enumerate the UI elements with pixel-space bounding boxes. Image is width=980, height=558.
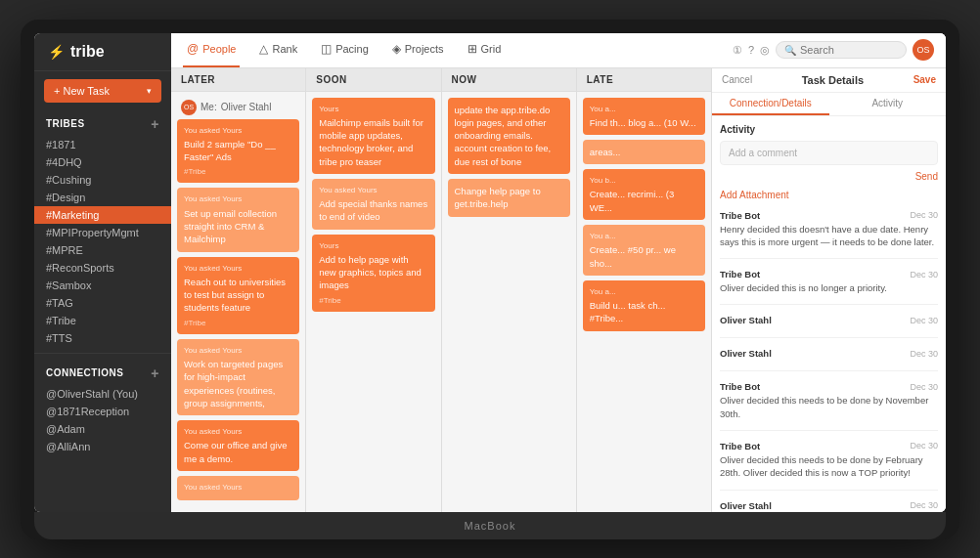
activity-meta: Tribe Bot Dec 30 — [720, 269, 938, 279]
send-button[interactable]: Send — [720, 171, 938, 182]
sidebar-item-adam[interactable]: @Adam — [34, 420, 171, 438]
filter-icon-3[interactable]: ◎ — [760, 44, 770, 57]
task-text: Come our office and give me a demo. — [184, 439, 292, 465]
col-now: update the app.tribe.do login pages, and… — [442, 92, 577, 512]
laptop-brand: MacBook — [465, 520, 516, 532]
sidebar-item-tribe[interactable]: #Tribe — [34, 312, 171, 329]
filter-icon-1[interactable]: ① — [733, 44, 742, 57]
task-details-panel: Cancel Task Details Save Connection/Deta… — [711, 68, 946, 512]
task-card[interactable]: You asked Yours Set up email collection … — [177, 188, 299, 251]
tab-connection-details[interactable]: Connection/Details — [712, 93, 829, 115]
task-card[interactable]: You asked Yours Add special thanks names… — [312, 179, 434, 230]
task-text: Work on targeted pages for high-impact e… — [184, 358, 292, 409]
save-button[interactable]: Save — [913, 74, 936, 85]
task-card[interactable]: You asked Yours Reach out to universitie… — [177, 257, 299, 334]
chevron-down-icon: ▾ — [147, 86, 152, 96]
task-card[interactable]: You asked Yours Work on targeted pages f… — [177, 339, 299, 415]
task-card[interactable]: You a... Create... #50 pr... we sho... — [583, 225, 705, 276]
cancel-button[interactable]: Cancel — [722, 74, 752, 85]
activity-date: Dec 30 — [910, 210, 938, 220]
add-connection-icon[interactable]: + — [151, 365, 159, 381]
sidebar-item-tts[interactable]: #TTS — [34, 329, 171, 347]
sidebar-item-mpiproperty[interactable]: #MPIPropertyMgmt — [34, 224, 171, 241]
activity-label: Activity — [720, 124, 938, 135]
projects-icon: ◈ — [392, 42, 401, 56]
nav-grid[interactable]: ⊞ Grid — [464, 33, 506, 67]
task-text: Build 2 sample "Do __ Faster" Ads — [184, 138, 292, 164]
task-text: areas... — [590, 146, 698, 158]
task-label: You asked Yours — [319, 185, 427, 195]
activity-author: Tribe Bot — [720, 269, 760, 279]
col-header-soon: SOON — [306, 68, 441, 91]
connections-section-header: CONNECTIONS + — [34, 360, 171, 385]
activity-date: Dec 30 — [910, 316, 938, 325]
task-card[interactable]: areas... — [583, 140, 705, 164]
task-card[interactable]: You asked Yours Come our office and give… — [177, 420, 299, 471]
task-text: Add to help page with new graphics, topi… — [319, 253, 427, 292]
nav-rank[interactable]: △ Rank — [255, 33, 301, 67]
activity-text: Oliver decided this needs to be done by … — [720, 394, 938, 420]
sidebar-item-marketing[interactable]: #Marketing — [34, 206, 171, 224]
task-card[interactable]: You a... Find th... blog a... (10 W... — [583, 98, 705, 135]
task-card[interactable]: update the app.tribe.do login pages, and… — [448, 98, 570, 174]
task-details-header: Cancel Task Details Save — [712, 68, 946, 93]
laptop-base: MacBook — [34, 512, 946, 539]
col-header-later: LATER — [171, 68, 306, 91]
search-icon: 🔍 — [784, 45, 796, 56]
filter-icon-2[interactable]: ? — [748, 44, 754, 56]
tab-activity[interactable]: Activity — [829, 93, 947, 115]
activity-author: Tribe Bot — [720, 381, 760, 392]
add-tribe-icon[interactable]: + — [151, 116, 159, 132]
task-label: You asked Yours — [184, 345, 292, 356]
add-attachment-button[interactable]: Add Attachment — [720, 190, 938, 200]
avatar[interactable]: OS — [913, 39, 934, 61]
task-label: You asked Yours — [184, 193, 292, 204]
activity-author: Oliver Stahl — [720, 315, 772, 325]
task-details-title: Task Details — [802, 74, 864, 86]
task-card[interactable]: Change help page to get.tribe.help — [448, 179, 570, 217]
sidebar-item-reconsports[interactable]: #ReconSports — [34, 259, 171, 277]
task-label: Yours — [319, 240, 427, 251]
activity-author: Tribe Bot — [720, 441, 760, 451]
sidebar-item-sambox[interactable]: #Sambox — [34, 277, 171, 294]
task-tag: #Tribe — [184, 318, 292, 328]
task-label: You a... — [590, 231, 698, 241]
sidebar-item-mpre[interactable]: #MPRE — [34, 241, 171, 259]
sidebar-item-alliann[interactable]: @AlliAnn — [34, 438, 171, 455]
nav-projects[interactable]: ◈ Projects — [388, 33, 448, 67]
load-more-button[interactable]: Load More (30) — [177, 505, 299, 511]
col-header-now: NOW — [442, 68, 577, 91]
logo-icon: ⚡ — [48, 44, 65, 60]
people-icon: @ — [187, 42, 199, 56]
sidebar-item-cushing[interactable]: #Cushing — [34, 171, 171, 189]
activity-meta: Oliver Stahl Dec 30 — [720, 315, 938, 325]
grid-icon: ⊞ — [468, 42, 477, 56]
task-text: Mailchimp emails built for mobile app up… — [319, 116, 427, 168]
task-card[interactable]: You a... Build u... task ch... #Tribe... — [583, 280, 705, 331]
new-task-button[interactable]: + New Task ▾ — [44, 79, 161, 103]
kanban-header: LATER SOON NOW LATE — [171, 68, 711, 92]
task-body: Activity Add a comment Send Add Attachme… — [712, 116, 946, 512]
task-text: update the app.tribe.do login pages, and… — [455, 104, 563, 168]
task-text: Add special thanks names to end of video — [319, 197, 427, 224]
sidebar-item-1871[interactable]: #1871 — [34, 136, 171, 153]
nav-pacing[interactable]: ◫ Pacing — [317, 33, 373, 67]
activity-date: Dec 30 — [910, 441, 938, 451]
task-card[interactable]: You b... Create... recrimi... (3 WE... — [583, 169, 705, 220]
add-comment-field[interactable]: Add a comment — [720, 141, 938, 165]
me-avatar: OS — [181, 100, 197, 115]
sidebar-item-design[interactable]: #Design — [34, 189, 171, 206]
sidebar-item-4dhq[interactable]: #4DHQ — [34, 153, 171, 171]
sidebar-item-oliverstahl[interactable]: @OliverStahl (You) — [34, 385, 171, 403]
search-input[interactable] — [800, 44, 898, 56]
sidebar-item-1871reception[interactable]: @1871Reception — [34, 403, 171, 420]
activity-meta: Tribe Bot Dec 30 — [720, 210, 938, 221]
sidebar-item-tag[interactable]: #TAG — [34, 294, 171, 312]
task-card[interactable]: You asked Yours Build 2 sample "Do __ Fa… — [177, 119, 299, 184]
activity-author: Tribe Bot — [720, 210, 760, 221]
task-card[interactable]: Yours Add to help page with new graphics… — [312, 235, 434, 312]
task-card[interactable]: Yours Mailchimp emails built for mobile … — [312, 98, 434, 174]
task-card[interactable]: You asked Yours — [177, 476, 299, 500]
task-text: Find th... blog a... (10 W... — [590, 116, 698, 129]
nav-people[interactable]: @ People — [183, 33, 240, 67]
